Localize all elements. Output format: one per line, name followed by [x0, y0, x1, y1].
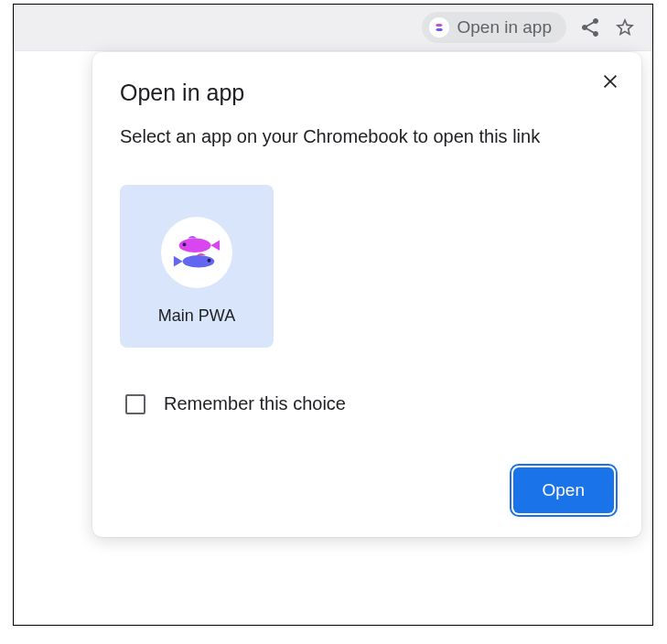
chip-label: Open in app	[457, 17, 552, 38]
dialog-title: Open in app	[120, 80, 614, 106]
dialog-description: Select an app on your Chromebook to open…	[120, 123, 614, 150]
open-button[interactable]: Open	[513, 467, 614, 513]
app-fish-icon	[429, 17, 449, 38]
app-grid: Main PWA	[120, 185, 614, 348]
app-tile-label: Main PWA	[158, 306, 235, 326]
remember-checkbox[interactable]	[125, 394, 145, 414]
app-tile-main-pwa[interactable]: Main PWA	[120, 185, 274, 348]
remember-choice-row: Remember this choice	[120, 393, 614, 414]
star-icon[interactable]	[614, 16, 636, 38]
svg-point-5	[208, 258, 211, 262]
remember-label: Remember this choice	[164, 393, 346, 414]
app-fish-icon	[161, 217, 232, 288]
share-icon[interactable]	[579, 16, 601, 38]
dialog-actions: Open	[120, 467, 614, 513]
open-in-app-chip[interactable]: Open in app	[422, 12, 566, 43]
svg-point-3	[183, 242, 187, 246]
browser-frame: Open in app Open in app Select an app on…	[13, 4, 653, 626]
close-icon[interactable]	[597, 69, 623, 94]
browser-toolbar: Open in app	[14, 5, 652, 50]
open-in-app-dialog: Open in app Select an app on your Chrome…	[92, 52, 641, 537]
